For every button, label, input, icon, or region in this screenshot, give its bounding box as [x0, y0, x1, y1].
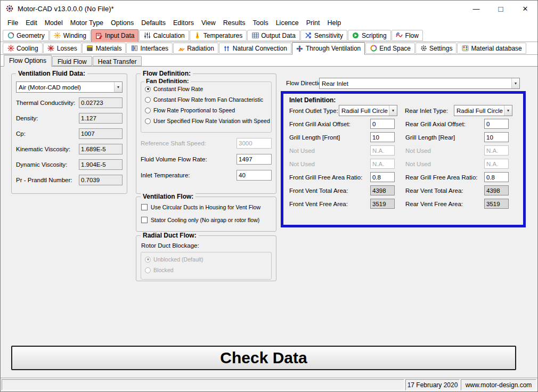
flow-definition-group: Flow Definition: Fan Definition: Constan…	[136, 74, 276, 194]
fluid-volume-flow-rate-field[interactable]	[237, 154, 272, 165]
flow-rate-fan-characteristic-radio[interactable]	[145, 97, 151, 103]
tab-materials[interactable]: Materials	[82, 43, 126, 54]
menu-tools[interactable]: Tools	[249, 18, 272, 28]
minimize-button[interactable]: —	[464, 1, 488, 17]
rear-grill-axial-offset-field[interactable]	[484, 119, 509, 129]
tab-label: Settings	[429, 45, 452, 52]
tab-scripting[interactable]: Scripting	[348, 30, 391, 41]
menu-licence[interactable]: Licence	[272, 18, 303, 28]
inlet-row: Not Used Not Used	[289, 157, 523, 170]
grill-length-front-field[interactable]	[370, 132, 395, 142]
ventilation-flow-group: Ventilation Flow: Use Circular Ducts in …	[136, 197, 276, 232]
radio-label: Blocked	[153, 267, 174, 273]
fluid-select[interactable]: Air (Motor-CAD model) ▾	[16, 81, 123, 93]
inlet-temperature-field[interactable]	[237, 170, 272, 181]
chevron-down-icon: ▾	[114, 82, 122, 92]
prandtl-number-field[interactable]	[79, 175, 123, 185]
circular-ducts-checkbox[interactable]	[141, 204, 148, 210]
kinematic-viscosity-field[interactable]	[79, 144, 123, 154]
density-field[interactable]	[79, 113, 123, 124]
rear-vent-total-area-field	[484, 185, 509, 195]
tab-cooling[interactable]: Cooling	[3, 43, 43, 54]
menu-print[interactable]: Print	[303, 18, 324, 28]
check-data-button[interactable]: Check Data	[11, 346, 516, 370]
stator-cooling-only-checkbox[interactable]	[141, 217, 148, 223]
dynamic-viscosity-field[interactable]	[79, 159, 123, 170]
tab-heat-transfer[interactable]: Heat Transfer	[93, 56, 142, 66]
field-label: Front Outlet Type:	[289, 108, 339, 114]
checkbox-row: Stator Cooling only (No airgap or rotor …	[141, 216, 276, 224]
menu-model[interactable]: Model	[41, 18, 67, 28]
cp-field[interactable]	[79, 128, 123, 139]
tab-through-ventilation[interactable]: Through Ventilation	[292, 42, 365, 55]
tab-temperatures[interactable]: Temperatures	[190, 30, 247, 41]
sensitivity-icon	[305, 32, 312, 39]
tab-natural-convection[interactable]: Natural Convection	[219, 43, 291, 54]
front-grill-free-area-ratio-field[interactable]	[370, 172, 395, 182]
tab-interfaces[interactable]: Interfaces	[126, 43, 173, 54]
window-title: Motor-CAD v13.0.0.0 (No File)*	[18, 5, 114, 13]
field-label: Reference Shaft Speed:	[141, 140, 206, 146]
fluid-row: Cp:	[16, 128, 123, 139]
menu-help[interactable]: Help	[323, 18, 345, 28]
grill-length-rear-field[interactable]	[484, 132, 509, 142]
tab-winding[interactable]: Winding	[50, 30, 91, 41]
rear-grill-free-area-ratio-field[interactable]	[484, 172, 509, 182]
end-space-icon	[370, 45, 377, 52]
field-row: Inlet Temperature:	[141, 169, 272, 181]
maximize-button[interactable]: □	[488, 1, 513, 17]
tab-sensitivity[interactable]: Sensitivity	[300, 30, 347, 41]
menu-defaults[interactable]: Defaults	[137, 18, 169, 28]
tab-label: Input Data	[105, 32, 134, 39]
tab-label: Temperatures	[203, 32, 242, 39]
group-title: Radial Duct Flow:	[141, 232, 199, 239]
menu-options[interactable]: Options	[107, 18, 137, 28]
tab-label: Cooling	[17, 45, 38, 52]
flow-direction-select[interactable]: Rear Inlet ▾	[319, 78, 520, 89]
menu-results[interactable]: Results	[219, 18, 249, 28]
calculation-icon	[143, 32, 151, 39]
tab-flow-options[interactable]: Flow Options	[4, 55, 52, 67]
tab-label: Natural Convection	[233, 45, 287, 52]
user-specified-flow-rate-radio[interactable]	[145, 118, 151, 124]
constant-flow-rate-radio[interactable]	[145, 86, 151, 92]
not-used-field	[484, 145, 509, 156]
menu-view[interactable]: View	[198, 18, 219, 28]
thermal-conductivity-field[interactable]	[79, 97, 123, 108]
tab-material-database[interactable]: Material database	[457, 43, 526, 54]
field-label: Not Used	[289, 161, 370, 167]
tab-settings[interactable]: Settings	[415, 43, 457, 54]
tab-losses[interactable]: Losses	[43, 43, 81, 54]
tab-output-data[interactable]: Output Data	[247, 30, 300, 41]
menu-edit[interactable]: Edit	[22, 18, 41, 28]
select-value: Radial Full Circle	[457, 108, 503, 114]
tab-fluid-flow[interactable]: Fluid Flow	[52, 56, 92, 66]
geometry-icon	[7, 32, 14, 39]
reference-shaft-speed-field	[237, 138, 272, 149]
rotor-duct-blockage-label: Rotor Duct Blockage:	[141, 242, 276, 249]
tab-calculation[interactable]: Calculation	[139, 30, 189, 41]
tab-geometry[interactable]: Geometry	[3, 30, 49, 41]
inlet-row: Front Grill Axial Offset: Rear Grill Axi…	[289, 117, 523, 130]
menu-motor-type[interactable]: Motor Type	[67, 18, 107, 28]
input-data-icon	[95, 32, 103, 39]
close-button[interactable]: ✕	[513, 1, 537, 17]
field-label: Grill Length [Rear]	[405, 134, 484, 141]
tab-flow[interactable]: Flow	[392, 30, 423, 41]
rear-inlet-type-select[interactable]: Radial Full Circle ▾	[454, 105, 512, 116]
menu-file[interactable]: File	[4, 18, 22, 28]
fluid-row: Density:	[16, 112, 123, 124]
front-grill-axial-offset-field[interactable]	[370, 119, 395, 129]
tab-radiation[interactable]: Radiation	[173, 43, 218, 54]
select-value: Radial Full Circle	[341, 108, 388, 114]
flow-rate-proportional-speed-radio[interactable]	[145, 108, 151, 113]
fluid-row: Thermal Conductivity:	[16, 97, 123, 108]
temperatures-icon	[194, 32, 201, 39]
fluid-row: Pr - Prandtl Number:	[16, 174, 123, 185]
tab-input-data[interactable]: Input Data	[91, 29, 138, 42]
menu-editors[interactable]: Editors	[169, 18, 198, 28]
tab-end-space[interactable]: End Space	[365, 43, 415, 54]
group-title: Inlet Definition:	[289, 96, 523, 104]
front-outlet-type-select[interactable]: Radial Full Circle ▾	[339, 105, 397, 116]
front-vent-total-area-field	[370, 185, 395, 195]
